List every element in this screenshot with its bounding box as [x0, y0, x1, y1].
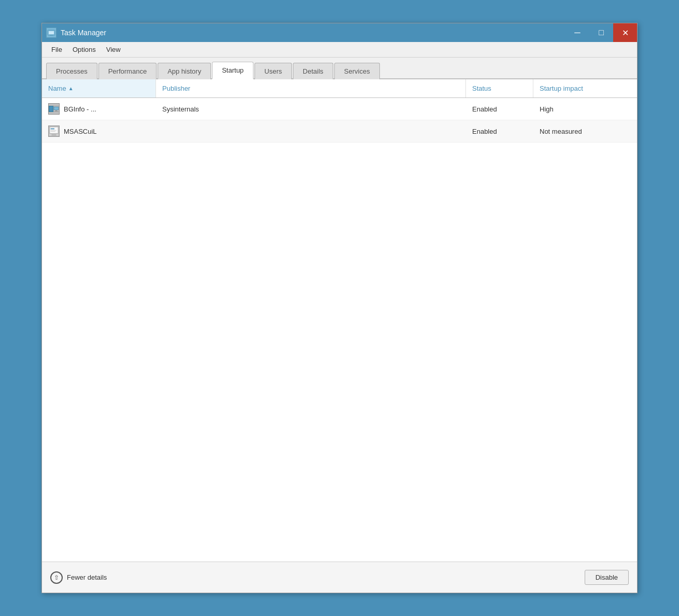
svg-rect-7 [54, 111, 58, 111]
cell-impact-msas: Not measured [533, 122, 637, 141]
svg-rect-13 [51, 131, 55, 132]
svg-rect-11 [51, 129, 54, 130]
cell-publisher-msas [156, 126, 466, 136]
title-bar: Task Manager ─ □ ✕ [42, 23, 637, 42]
restore-button[interactable]: □ [589, 23, 613, 42]
svg-rect-1 [49, 31, 54, 34]
col-status-label: Status [472, 85, 491, 92]
col-header-publisher[interactable]: Publisher [156, 79, 466, 97]
fewer-details-button[interactable]: ⇧ Fewer details [50, 571, 107, 584]
tab-processes[interactable]: Processes [46, 63, 97, 79]
menu-options[interactable]: Options [67, 44, 101, 55]
circle-up-icon: ⇧ [50, 571, 63, 584]
cell-status-bginfo: Enabled [466, 100, 533, 118]
col-header-name[interactable]: Name ▲ [42, 79, 156, 97]
msas-icon [48, 125, 60, 137]
tab-details[interactable]: Details [293, 63, 333, 79]
col-header-status[interactable]: Status [466, 79, 533, 97]
task-manager-window: Task Manager ─ □ ✕ File Options View Pro… [41, 23, 638, 593]
svg-rect-2 [50, 35, 53, 36]
tab-services[interactable]: Services [334, 63, 380, 79]
table-body: BGInfo - ... Sysinternals Enabled High [42, 98, 637, 562]
svg-rect-5 [54, 107, 59, 110]
msas-name: MSASCuiL [64, 128, 97, 135]
minimize-button[interactable]: ─ [565, 23, 589, 42]
svg-rect-14 [51, 134, 56, 135]
cell-publisher-bginfo: Sysinternals [156, 100, 466, 118]
sort-arrow-up: ▲ [68, 86, 74, 91]
fewer-details-label: Fewer details [67, 573, 107, 581]
window-title: Task Manager [61, 29, 106, 37]
col-startup-impact-label: Startup impact [540, 85, 583, 92]
table-row[interactable]: MSASCuiL Enabled Not measured [42, 120, 637, 143]
content-area: Name ▲ Publisher Status Startup impact [42, 79, 637, 562]
menu-file[interactable]: File [46, 44, 67, 55]
col-header-startup-impact[interactable]: Startup impact [533, 79, 637, 97]
svg-rect-12 [51, 130, 56, 131]
table-header: Name ▲ Publisher Status Startup impact [42, 79, 637, 98]
svg-rect-6 [55, 110, 58, 111]
menu-view[interactable]: View [101, 44, 126, 55]
title-bar-controls: ─ □ ✕ [565, 23, 637, 42]
footer: ⇧ Fewer details Disable [42, 562, 637, 593]
disable-button[interactable]: Disable [585, 570, 629, 585]
cell-name-bginfo: BGInfo - ... [42, 98, 156, 120]
col-name-label: Name [48, 85, 66, 92]
title-bar-left: Task Manager [46, 27, 106, 38]
menu-bar: File Options View [42, 42, 637, 58]
cell-impact-bginfo: High [533, 100, 637, 118]
cell-name-msas: MSASCuiL [42, 120, 156, 142]
col-publisher-label: Publisher [162, 85, 190, 92]
tab-app-history[interactable]: App history [158, 63, 211, 79]
tab-startup[interactable]: Startup [212, 62, 253, 79]
bginfo-icon [48, 103, 60, 115]
tab-performance[interactable]: Performance [98, 63, 157, 79]
table-row[interactable]: BGInfo - ... Sysinternals Enabled High [42, 98, 637, 120]
cell-status-msas: Enabled [466, 122, 533, 141]
close-button[interactable]: ✕ [613, 23, 637, 42]
bginfo-name: BGInfo - ... [64, 105, 96, 113]
tab-users[interactable]: Users [254, 63, 292, 79]
tabs-bar: Processes Performance App history Startu… [42, 58, 637, 79]
app-icon [46, 27, 56, 38]
